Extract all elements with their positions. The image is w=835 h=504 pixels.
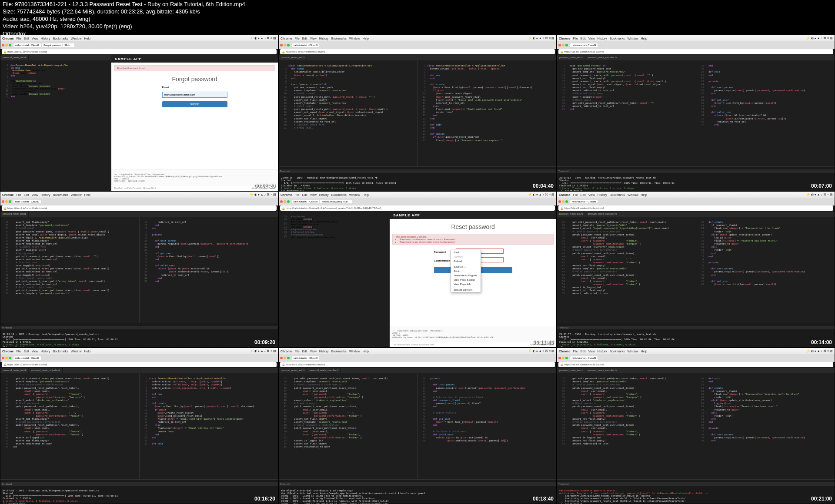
thumb-1400: ChromeFileEditViewHistoryBookmarksWindow… [557, 191, 835, 348]
ctx-viewsource[interactable]: View Page Source [451, 278, 481, 282]
page-title: Forgot password [111, 76, 278, 83]
thumb-0920: ChromeFileEditViewHistoryBookmarksWindow… [0, 191, 278, 348]
ctx-inspect[interactable]: Inspect Element [451, 288, 481, 292]
ctx-print[interactable]: Print… [451, 269, 481, 273]
ctx-pageinfo[interactable]: View Page Info [451, 282, 481, 286]
browser-tabs: rails-tutorial - Cloud9 Forgot password … [0, 41, 278, 49]
media-info-header: File: 9780136733461-221 - 12.3.3 Passwor… [0, 0, 248, 38]
thumb-0220: Chrome FileEditViewHistoryBookmarksWindo… [0, 35, 278, 191]
footer-credit: The Ruby on Rails Tutorial by Michael Ha… [114, 187, 156, 189]
ctx-translate[interactable]: Translate to English [451, 273, 481, 278]
thumb-1840: ChromeFileEditViewHistoryBookmarksWindow… [278, 348, 557, 504]
thumbnail-grid: Chrome FileEditViewHistoryBookmarksWindo… [0, 35, 835, 504]
ctx-forward[interactable]: Forward [451, 255, 481, 259]
ctx-reload[interactable]: Reload [451, 259, 481, 263]
timestamp: 00:02:20 [254, 183, 275, 189]
thumb-1140: ChromeFileEditViewHistoryBookmarksWindow… [278, 191, 557, 348]
code-editor[interactable]: 1class PasswordResetsTest < ActionDispat… [0, 60, 111, 191]
email-input[interactable] [162, 92, 227, 98]
code-editor[interactable]: 1class PasswordResetsTest < ActionDispat… [279, 60, 418, 166]
app-brand: SAMPLE APP [111, 55, 278, 63]
thumb-0700: ChromeFileEditViewHistoryBookmarksWindow… [557, 35, 835, 191]
form-errors: The form contains 2 errors. Password con… [392, 234, 554, 245]
ctx-save[interactable]: Save As… [451, 265, 481, 269]
submit-button[interactable]: Submit [162, 101, 227, 107]
thumb-0440: ChromeFileEditViewHistoryBookmarksWindow… [278, 35, 557, 191]
ctx-back[interactable]: Back [451, 250, 481, 255]
context-menu[interactable]: Back Forward Reload Save As… Print… Tran… [451, 250, 481, 292]
flash-error: Email address not found [114, 65, 275, 71]
thumb-2100: ChromeFileEditViewHistoryBookmarksWindow… [557, 348, 835, 504]
tab-cloud9[interactable]: rails-tutorial - Cloud9 [13, 43, 41, 47]
page-title: Reset password [390, 223, 556, 230]
url-bar[interactable]: 🔒https://ide.c9.io/mhartl/rails-tutorial [2, 49, 277, 54]
email-label: Email [162, 86, 227, 89]
tab-forgot[interactable]: Forgot password | Rub… [42, 43, 74, 47]
debug-params: --- !ruby/hash:ActionController::Paramet… [111, 169, 278, 186]
thumb-1620: ChromeFileEditViewHistoryBookmarksWindow… [0, 348, 278, 504]
